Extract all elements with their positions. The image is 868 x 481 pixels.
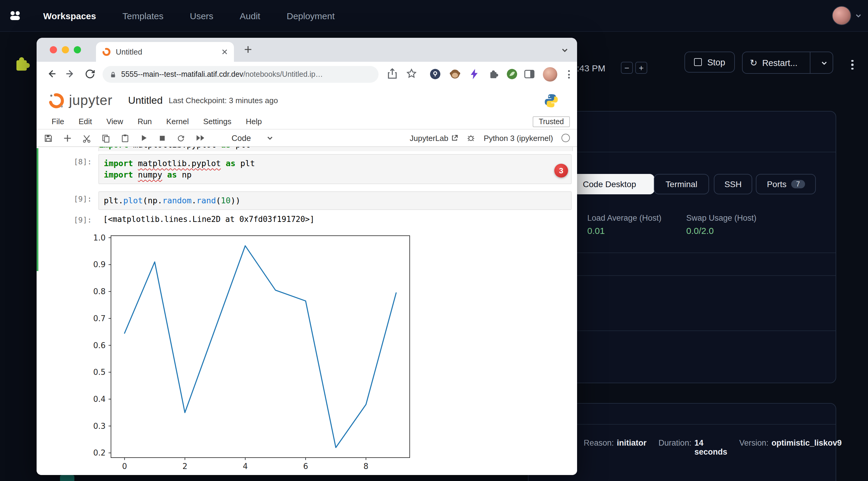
leaf-extension-icon[interactable] [506, 68, 518, 81]
notebook-content: import matplotlib.pyplot as plt [8]: imp… [37, 147, 577, 474]
browser-profile-avatar[interactable] [543, 67, 557, 82]
open-jupyterlab-link[interactable]: JupyterLab [410, 133, 459, 142]
paste-icon[interactable] [121, 133, 130, 142]
chevron-down-icon[interactable] [855, 12, 862, 19]
bookmark-star-icon[interactable] [405, 67, 418, 81]
svg-text:6: 6 [303, 462, 308, 471]
restart-icon: ↻ [750, 57, 757, 68]
checkpoint-text: Last Checkpoint: 3 minutes ago [168, 96, 278, 105]
run-cell-icon[interactable] [140, 134, 148, 142]
nav-templates[interactable]: Templates [122, 10, 163, 21]
restart-workspace-button[interactable]: ↻ Restart... [742, 52, 833, 74]
load-average-label: Load Average (Host) [587, 214, 661, 223]
menu-file[interactable]: File [52, 117, 64, 126]
window-minimize-button[interactable] [62, 46, 69, 53]
extensions-puzzle-icon[interactable] [487, 68, 500, 81]
nav-deployment[interactable]: Deployment [287, 10, 335, 21]
url-path: /notebooks/Untitled.ip… [243, 70, 323, 78]
nav-users[interactable]: Users [190, 10, 213, 21]
jupyter-logo: jupyter [48, 92, 113, 109]
browser-tab[interactable]: Untitled [96, 42, 234, 62]
menu-help[interactable]: Help [246, 117, 262, 126]
lightning-extension-icon[interactable] [468, 68, 480, 81]
tab-close-icon[interactable] [221, 49, 228, 55]
build-reason: Reason: initiator [584, 439, 647, 456]
onepassword-extension-icon[interactable] [429, 68, 441, 81]
increase-button[interactable]: + [635, 62, 647, 74]
menu-settings[interactable]: Settings [203, 117, 231, 126]
cell-type-dropdown[interactable]: Code [231, 133, 274, 142]
external-link-icon [452, 134, 459, 141]
jupyter-logo-icon [48, 92, 65, 109]
code-desktop-button[interactable]: Code Desktop [564, 174, 654, 194]
clipped-cell: import matplotlib.pyplot as plt [98, 147, 573, 151]
terminal-button[interactable]: Terminal [654, 174, 709, 194]
reason-label: Reason: [584, 439, 614, 447]
swap-usage-stat: Swap Usage (Host) 0.0/2.0 [686, 214, 756, 236]
matplotlib-figure: 0.20.30.40.50.60.70.80.91.002468 [61, 230, 433, 474]
back-icon[interactable] [45, 67, 58, 81]
address-bar[interactable]: 5555--main--test--matifali.atif.cdr.dev/… [102, 66, 378, 83]
svg-text:2: 2 [182, 462, 187, 471]
browser-window: Untitled [37, 38, 577, 475]
share-icon[interactable] [386, 67, 399, 81]
interrupt-kernel-icon[interactable] [158, 134, 166, 142]
ports-button[interactable]: Ports 7 [756, 174, 816, 194]
code-cell[interactable]: plt.plot(np.random.rand(10)) [98, 191, 572, 210]
restart-label: Restart... [762, 58, 798, 67]
new-tab-button[interactable] [243, 44, 253, 55]
svg-text:0: 0 [122, 462, 127, 471]
forward-icon[interactable] [64, 67, 77, 81]
workspace-more-options-button[interactable] [847, 58, 858, 72]
monkey-extension-icon[interactable] [449, 68, 461, 81]
tab-search-chevron-icon[interactable] [561, 46, 569, 54]
window-zoom-button[interactable] [74, 46, 81, 53]
code-cell[interactable]: import matplotlib.pyplot as plt import n… [98, 154, 572, 184]
load-average-stat: Load Average (Host) 0.01 [587, 214, 661, 236]
coder-logo-icon[interactable] [7, 8, 23, 23]
side-panel-icon[interactable] [523, 68, 536, 81]
restart-kernel-icon[interactable] [176, 133, 185, 142]
cell-prompt: [8]: [37, 157, 92, 166]
notebook-title[interactable]: Untitled [128, 94, 162, 106]
trusted-button[interactable]: Trusted [533, 116, 570, 127]
primary-nav: Workspaces Templates Users Audit Deploym… [43, 10, 335, 21]
build-version: Version: optimistic_liskov9 [739, 439, 842, 456]
jupyter-wordmark: jupyter [69, 92, 113, 108]
tab-title: Untitled [116, 47, 221, 56]
menu-kernel[interactable]: Kernel [166, 117, 189, 126]
nav-workspaces[interactable]: Workspaces [43, 10, 96, 21]
python-logo-icon [544, 93, 559, 108]
add-cell-icon[interactable] [63, 133, 72, 142]
svg-text:0.9: 0.9 [93, 260, 105, 269]
url-text: 5555--main--test--matifali.atif.cdr.dev/… [121, 70, 323, 78]
copy-icon[interactable] [101, 133, 111, 142]
stop-workspace-button[interactable]: Stop [684, 52, 735, 72]
notification-badge[interactable]: 3 [554, 164, 568, 178]
nav-audit[interactable]: Audit [240, 10, 260, 21]
browser-menu-icon[interactable] [564, 69, 573, 80]
window-close-button[interactable] [50, 46, 57, 53]
jupyter-favicon [102, 47, 111, 56]
decrease-button[interactable]: − [621, 62, 633, 74]
svg-text:1.0: 1.0 [93, 233, 105, 242]
user-avatar[interactable] [832, 6, 851, 25]
debugger-icon[interactable] [467, 134, 475, 142]
restart-run-all-icon[interactable] [195, 134, 206, 142]
svg-text:0.3: 0.3 [93, 422, 105, 430]
reload-icon[interactable] [83, 67, 97, 81]
kernel-name[interactable]: Python 3 (ipykernel) [484, 133, 553, 142]
ports-label: Ports [767, 179, 786, 189]
load-average-value: 0.01 [587, 225, 661, 236]
ssh-button[interactable]: SSH [714, 174, 752, 194]
duration-value: 14 seconds [694, 439, 727, 456]
menu-edit[interactable]: Edit [79, 117, 92, 126]
save-icon[interactable] [44, 133, 53, 142]
line-plot: 0.20.30.40.50.60.70.80.91.002468 [61, 230, 433, 474]
menu-run[interactable]: Run [138, 117, 152, 126]
menu-view[interactable]: View [106, 117, 123, 126]
lock-icon [109, 70, 117, 78]
puzzle-extension-icon[interactable] [11, 53, 32, 74]
restart-dropdown-button[interactable] [816, 52, 833, 73]
cut-icon[interactable] [82, 133, 91, 142]
